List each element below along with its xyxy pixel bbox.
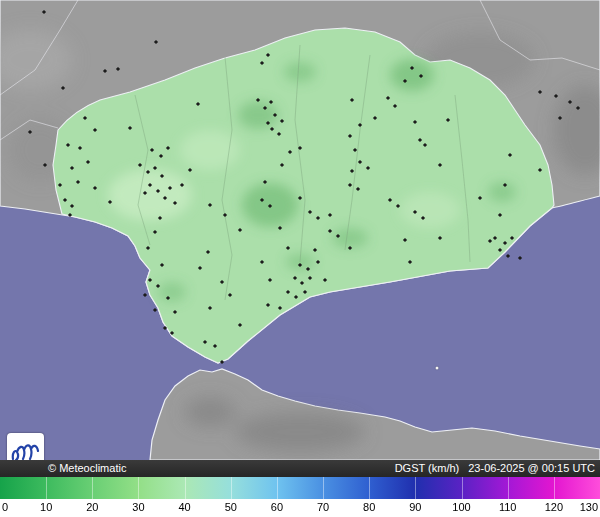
logo-wave-icon xyxy=(11,439,41,461)
scale-separator xyxy=(369,477,370,499)
scale-separator xyxy=(415,477,416,499)
scale-separator xyxy=(46,477,47,499)
scale-separator xyxy=(231,477,232,499)
scale-tick-label: 90 xyxy=(409,501,421,513)
scale-tick-label: 30 xyxy=(132,501,144,513)
scale-separator xyxy=(92,477,93,499)
scale-separator xyxy=(277,477,278,499)
scale-tick-label: 10 xyxy=(40,501,52,513)
scale-tick-label: 130 xyxy=(580,501,598,513)
alboran-island-dot xyxy=(436,367,439,370)
map-canvas[interactable] xyxy=(0,0,600,460)
scale-tick-label: 60 xyxy=(271,501,283,513)
scale-tick-label: 0 xyxy=(2,501,8,513)
scale-separator xyxy=(508,477,509,499)
scale-tick-label: 100 xyxy=(452,501,470,513)
map-meta: DGST (km/h) 23-06-2025 @ 00:15 UTC xyxy=(395,460,595,477)
timestamp-label: 23-06-2025 @ 00:15 UTC xyxy=(468,460,595,477)
scale-separator xyxy=(323,477,324,499)
scale-separator xyxy=(554,477,555,499)
meteoclimatic-logo[interactable] xyxy=(7,433,44,460)
scale-tick-row: 0102030405060708090100110120130 xyxy=(0,499,600,517)
scale-tick-label: 120 xyxy=(545,501,563,513)
scale-tick-label: 50 xyxy=(225,501,237,513)
color-scale-legend: 0102030405060708090100110120130 xyxy=(0,477,600,517)
scale-tick-label: 110 xyxy=(499,501,517,513)
weather-map-screen: © Meteoclimatic DGST (km/h) 23-06-2025 @… xyxy=(0,0,600,517)
basemap-svg xyxy=(0,0,600,460)
scale-tick-label: 40 xyxy=(178,501,190,513)
scale-tick-label: 80 xyxy=(363,501,375,513)
variable-label: DGST (km/h) xyxy=(395,460,460,477)
footer-bar: © Meteoclimatic DGST (km/h) 23-06-2025 @… xyxy=(0,460,600,477)
color-gradient-bar xyxy=(0,477,600,499)
scale-tick-label: 70 xyxy=(317,501,329,513)
copyright-text: © Meteoclimatic xyxy=(48,460,126,477)
scale-separator xyxy=(138,477,139,499)
scale-tick-label: 20 xyxy=(86,501,98,513)
scale-separator xyxy=(185,477,186,499)
scale-separator xyxy=(462,477,463,499)
